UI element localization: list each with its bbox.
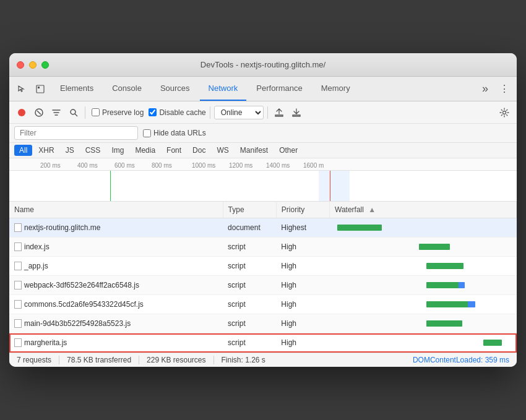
file-name: _app.js [24,262,48,270]
status-sep-1 [59,356,59,364]
type-filter-doc[interactable]: Doc [188,145,210,156]
file-name: margherita.js [24,338,67,347]
disable-cache-label: Disable cache [159,108,205,117]
tab-memory[interactable]: Memory [313,77,359,101]
traffic-lights [17,61,49,69]
type-filter-ws[interactable]: WS [212,145,233,156]
type-filter-other[interactable]: Other [274,145,303,156]
cell-priority: High [276,314,329,333]
waterfall-bar [337,225,382,231]
tab-sources[interactable]: Sources [152,77,199,101]
filter-button[interactable] [49,105,64,120]
cell-type: script [223,276,276,295]
timeline-load-line [330,171,330,202]
cell-waterfall [330,276,517,295]
clear-button[interactable] [32,105,46,120]
window-title: DevTools - nextjs-routing.glitch.me/ [200,60,326,69]
timeline-area: 200 ms 400 ms 600 ms 800 ms 1000 ms 1200… [9,158,517,202]
type-filter-font[interactable]: Font [162,145,186,156]
layers-icon[interactable] [33,82,48,96]
cell-priority: Highest [276,218,329,238]
status-sep-3 [213,356,214,364]
file-name: main-9d4b3b522f54928a5523.js [24,319,131,328]
table-row[interactable]: commons.5cd2a6fe9543322d45cf.jsscriptHig… [9,295,517,314]
cell-name: _app.js [9,257,223,276]
file-icon [14,338,22,347]
cell-name: webpack-3df6523e264ff2ac6548.js [9,276,223,295]
search-button[interactable] [66,105,81,120]
timeline-content [9,171,517,202]
type-filter-manifest[interactable]: Manifest [235,145,273,156]
type-filter-all[interactable]: All [14,145,32,156]
file-icon [14,319,22,328]
minimize-button[interactable] [29,61,37,69]
col-waterfall[interactable]: Waterfall ▲ [330,202,517,218]
file-name: nextjs-routing.glitch.me [24,223,100,232]
waterfall-bar [426,282,460,288]
separator-1 [85,106,85,119]
record-button[interactable] [14,105,29,120]
table-row[interactable]: margherita.jsscriptHigh [9,333,517,353]
waterfall-bar-secondary [468,301,475,307]
cell-name: main-9d4b3b522f54928a5523.js [9,314,223,333]
col-priority[interactable]: Priority [276,202,329,218]
settings-button[interactable] [497,105,512,120]
cell-waterfall [330,257,517,276]
tab-performance[interactable]: Performance [248,77,311,101]
close-button[interactable] [17,61,24,69]
disable-cache-checkbox[interactable] [149,108,157,116]
svg-point-5 [71,109,75,114]
cell-priority: High [276,333,329,353]
file-name: index.js [24,242,50,251]
cursor-icon[interactable] [14,82,29,96]
tab-elements[interactable]: Elements [51,77,102,101]
preserve-log-checkbox[interactable] [92,108,100,116]
status-transferred: 78.5 KB transferred [67,356,131,364]
cell-type: document [223,218,276,238]
cell-type: script [223,314,276,333]
import-button[interactable] [272,105,287,120]
status-resources: 229 KB resources [147,356,205,364]
table-row[interactable]: nextjs-routing.glitch.medocumentHighest [9,218,517,238]
table-row[interactable]: main-9d4b3b522f54928a5523.jsscriptHigh [9,314,517,333]
timeline-ruler: 200 ms 400 ms 600 ms 800 ms 1000 ms 1200… [9,158,517,171]
file-icon [14,281,22,289]
timeline-green-line [110,171,111,202]
hide-data-urls-group: Hide data URLs [143,129,206,137]
type-filter-xhr[interactable]: XHR [33,145,59,156]
tab-console[interactable]: Console [103,77,150,101]
col-name[interactable]: Name [9,202,223,218]
table-row[interactable]: index.jsscriptHigh [9,238,517,257]
type-filter-media[interactable]: Media [130,145,160,156]
export-button[interactable] [289,105,304,120]
cell-name: margherita.js [9,333,223,353]
table-row[interactable]: webpack-3df6523e264ff2ac6548.jsscriptHig… [9,276,517,295]
sort-arrow: ▲ [368,205,376,214]
tick-400: 400 ms [77,162,98,169]
cell-priority: High [276,238,329,257]
tab-network[interactable]: Network [200,77,247,101]
type-filter-js[interactable]: JS [61,145,79,156]
maximize-button[interactable] [41,61,49,69]
filter-input[interactable] [14,126,138,140]
cell-waterfall [330,218,517,238]
tick-200: 200 ms [40,162,61,169]
tab-overflow-button[interactable]: » [477,82,493,95]
network-table: Name Type Priority Waterfall ▲ nextjs [9,202,517,353]
table-row[interactable]: _app.jsscriptHigh [9,257,517,276]
type-filter-img[interactable]: Img [106,145,129,156]
waterfall-bar [419,244,450,250]
file-icon [14,262,22,270]
file-name: commons.5cd2a6fe9543322d45cf.js [24,300,144,309]
status-domcontent: DOMContentLoaded: 359 ms [413,356,509,364]
col-type[interactable]: Type [223,202,276,218]
hide-data-urls-checkbox[interactable] [143,129,151,137]
separator-3 [267,106,268,119]
cell-type: script [223,238,276,257]
network-table-container: Name Type Priority Waterfall ▲ nextjs [9,202,517,353]
cell-waterfall [330,333,517,353]
tab-menu-button[interactable]: ⋮ [497,83,512,95]
svg-line-6 [75,114,77,116]
type-filter-css[interactable]: CSS [80,145,106,156]
throttle-select[interactable]: Online Fast 3G Slow 3G Offline [214,106,264,119]
